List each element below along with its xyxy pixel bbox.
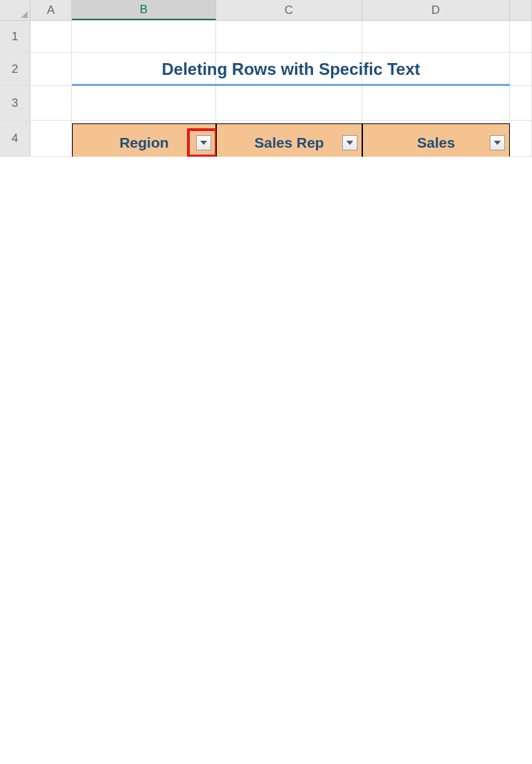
row-header-4[interactable]: 4 bbox=[0, 121, 30, 156]
col-header-a[interactable]: A bbox=[30, 0, 72, 20]
col-header-c[interactable]: C bbox=[216, 0, 362, 20]
page-title: Deleting Rows with Specific Text bbox=[72, 54, 510, 86]
cell-d3[interactable] bbox=[362, 86, 510, 120]
cell-e2[interactable] bbox=[510, 53, 532, 85]
cell-a1[interactable] bbox=[30, 21, 72, 52]
cell-b3[interactable] bbox=[72, 86, 216, 120]
cell-a2[interactable] bbox=[30, 53, 72, 85]
filter-button-sales[interactable] bbox=[490, 135, 505, 150]
row-header-1[interactable]: 1 bbox=[0, 21, 30, 52]
cell-a4[interactable] bbox=[30, 121, 72, 156]
header-region: Region bbox=[72, 123, 216, 157]
header-salesrep-label: Sales Rep bbox=[254, 134, 323, 151]
cell-e3[interactable] bbox=[510, 86, 532, 120]
cell-e1[interactable] bbox=[510, 21, 532, 52]
row-header-3[interactable]: 3 bbox=[0, 86, 30, 120]
cell-d1[interactable] bbox=[362, 21, 510, 52]
cell-e4[interactable] bbox=[510, 121, 532, 156]
col-header-e[interactable] bbox=[510, 0, 532, 20]
row-header-2[interactable]: 2 bbox=[0, 53, 30, 85]
header-sales-label: Sales bbox=[417, 134, 455, 151]
cell-b1[interactable] bbox=[72, 21, 216, 52]
header-sales: Sales bbox=[362, 123, 510, 157]
cell-c1[interactable] bbox=[216, 21, 362, 52]
header-region-label: Region bbox=[119, 134, 168, 151]
filter-button-salesrep[interactable] bbox=[342, 135, 357, 150]
cell-a3[interactable] bbox=[30, 86, 72, 120]
col-header-d[interactable]: D bbox=[362, 0, 510, 20]
col-header-b[interactable]: B bbox=[72, 0, 216, 20]
header-salesrep: Sales Rep bbox=[216, 123, 362, 157]
cell-c3[interactable] bbox=[216, 86, 362, 120]
filter-button-region[interactable] bbox=[196, 135, 211, 150]
select-all-cell[interactable] bbox=[0, 0, 30, 20]
